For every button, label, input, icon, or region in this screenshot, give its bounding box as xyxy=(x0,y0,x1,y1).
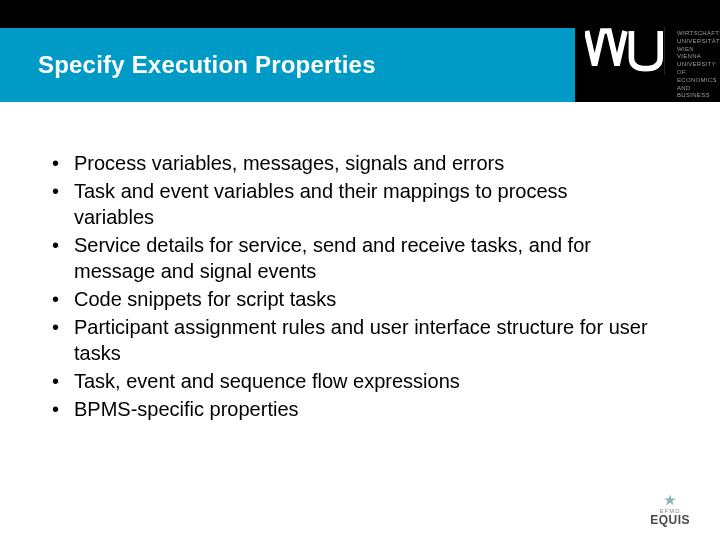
logo-line: AND BUSINESS xyxy=(677,85,716,101)
list-item: Process variables, messages, signals and… xyxy=(46,150,650,176)
wu-logo-text: WIRTSCHAFTS UNIVERSITÄT WIEN VIENNA UNIV… xyxy=(675,0,720,102)
list-item: Participant assignment rules and user in… xyxy=(46,314,650,366)
slide-content: Process variables, messages, signals and… xyxy=(0,102,720,422)
bullet-list: Process variables, messages, signals and… xyxy=(46,150,650,422)
equis-logo: EFMD EQUIS xyxy=(650,493,690,526)
list-item: Code snippets for script tasks xyxy=(46,286,650,312)
wu-logo-icon xyxy=(585,26,665,76)
logo-line: WIEN VIENNA xyxy=(677,46,716,62)
logo-line: ECONOMICS xyxy=(677,77,716,85)
wu-logo-mark xyxy=(575,0,675,102)
logo-line: UNIVERSITY OF xyxy=(677,61,716,77)
list-item: Service details for service, send and re… xyxy=(46,232,650,284)
list-item: Task and event variables and their mappi… xyxy=(46,178,650,230)
list-item: Task, event and sequence flow expression… xyxy=(46,368,650,394)
equis-text: EQUIS xyxy=(650,514,690,526)
wu-logo: WIRTSCHAFTS UNIVERSITÄT WIEN VIENNA UNIV… xyxy=(575,0,720,102)
slide-title: Specify Execution Properties xyxy=(0,51,376,79)
logo-line: UNIVERSITÄT xyxy=(677,38,716,46)
logo-line: WIRTSCHAFTS xyxy=(677,30,716,38)
equis-star-icon xyxy=(663,493,677,507)
list-item: BPMS-specific properties xyxy=(46,396,650,422)
